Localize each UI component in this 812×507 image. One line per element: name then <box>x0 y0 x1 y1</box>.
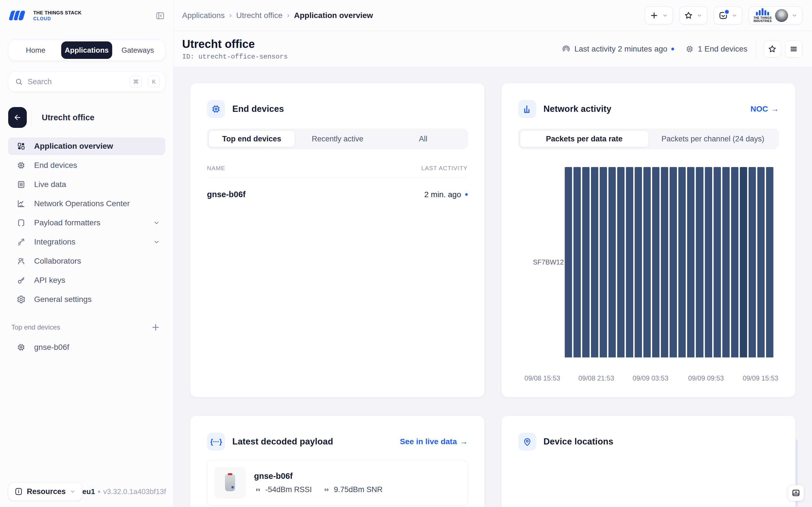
chart-bar[interactable] <box>757 167 765 357</box>
network-activity-tabs: Packets per data rate Packets per channe… <box>518 129 779 149</box>
collapse-sidebar-icon <box>155 11 165 20</box>
device-name: gnse-b06f <box>207 190 246 199</box>
sidebar-item-live-data[interactable]: Live data <box>8 176 165 193</box>
chart-bar[interactable] <box>731 167 739 357</box>
x-axis-label: 09/09 09:53 <box>688 374 724 382</box>
chart-bar[interactable] <box>722 167 730 357</box>
payload-device-name: gnse-b06f <box>254 471 383 481</box>
account-menu-button[interactable]: THE THINGS INDUSTRIES <box>749 6 802 24</box>
see-live-data-link[interactable]: See in live data → <box>400 437 467 446</box>
chart-bar[interactable] <box>565 167 572 357</box>
signal-rssi-icon <box>254 486 262 494</box>
chart-bar[interactable] <box>696 167 703 357</box>
hamburger-menu-icon <box>790 45 798 53</box>
add-entity-button[interactable] <box>645 6 673 24</box>
packets-chart: SF7BW12 <box>518 167 779 357</box>
feedback-panel-icon <box>792 489 801 497</box>
sidebar-item-payload-formatters[interactable]: Payload formatters <box>8 214 165 231</box>
feedback-widget-button[interactable] <box>788 485 804 501</box>
add-top-device-button[interactable] <box>151 322 162 333</box>
sidebar-device-gnse-b06f[interactable]: gnse-b06f <box>8 339 165 356</box>
breadcrumb-separator: › <box>229 11 232 20</box>
integrations-icon <box>17 237 26 246</box>
chart-bar[interactable] <box>573 167 581 357</box>
chart-bar[interactable] <box>678 167 686 357</box>
chevron-down-icon <box>153 238 160 245</box>
end-devices-card: End devices Top end devices Recently act… <box>190 83 485 397</box>
chart-bar[interactable] <box>617 167 624 357</box>
table-row[interactable]: gnse-b06f 2 min. ago <box>207 190 468 199</box>
sidebar-item-label: End devices <box>34 161 77 170</box>
end-devices-tab[interactable]: Recently active <box>295 130 380 147</box>
chart-bar[interactable] <box>705 167 712 357</box>
x-axis-label: 09/09 03:53 <box>633 374 668 382</box>
top-tab-applications[interactable]: Applications <box>61 41 112 59</box>
sidebar-item-api-keys[interactable]: API keys <box>8 272 165 289</box>
back-button[interactable] <box>8 107 27 128</box>
chart-bar[interactable] <box>635 167 642 357</box>
breadcrumb-applications[interactable]: Applications <box>182 11 225 20</box>
chart-bar[interactable] <box>714 167 721 357</box>
notifications-button[interactable] <box>714 6 742 24</box>
chevron-down-icon <box>731 12 738 18</box>
noc-link[interactable]: NOC → <box>751 105 779 114</box>
end-devices-tab[interactable]: All <box>380 130 466 147</box>
sidebar-item-label: Payload formatters <box>34 218 100 227</box>
bookmarks-button[interactable] <box>679 6 707 24</box>
resources-label: Resources <box>27 487 66 496</box>
chart-x-labels: 09/08 15:5309/08 21:5309/09 03:5309/09 0… <box>518 371 779 391</box>
avatar <box>775 9 788 22</box>
resources-button[interactable]: Resources <box>8 482 82 501</box>
chart-bar[interactable] <box>687 167 695 357</box>
search-input[interactable]: Search ⌘ K <box>8 71 165 92</box>
main-area: Applications › Utrecht office › Applicat… <box>174 0 812 507</box>
sidebar-item-label: General settings <box>34 295 92 304</box>
chart-bar[interactable] <box>652 167 659 357</box>
chart-bar[interactable] <box>670 167 677 357</box>
application-id: ID: utrecht-office-sensors <box>182 53 288 61</box>
top-tab-home[interactable]: Home <box>10 41 61 59</box>
top-tab-gateways[interactable]: Gateways <box>112 41 163 59</box>
column-header-name: NAME <box>207 165 225 172</box>
chart-bar[interactable] <box>766 167 773 357</box>
cluster-version: eu1 • v3.32.0.1a403bf13f <box>82 487 166 496</box>
device-link-label: gnse-b06f <box>34 343 69 352</box>
cluster-name: eu1 <box>82 487 95 496</box>
star-icon <box>684 11 693 20</box>
chart-bar[interactable] <box>591 167 598 357</box>
plus-icon <box>151 323 160 332</box>
sidebar-item-collaborators[interactable]: Collaborators <box>8 252 165 270</box>
chart-bar[interactable] <box>626 167 633 357</box>
chart-bar[interactable] <box>582 167 590 357</box>
chevron-down-icon <box>696 12 703 18</box>
chart-bar[interactable] <box>749 167 756 357</box>
payload-device-box[interactable]: gnse-b06f -54dBm RSSI 9.75dBm SNR <box>207 460 468 506</box>
divider <box>31 108 32 126</box>
device-locations-card-title: Device locations <box>544 437 613 447</box>
chart-bar[interactable] <box>644 167 651 357</box>
chart-bar[interactable] <box>661 167 668 357</box>
x-axis-label: 09/09 15:53 <box>743 374 778 382</box>
sidebar-collapse-button[interactable] <box>155 11 165 20</box>
chart-bar[interactable] <box>740 167 747 357</box>
chart-bar[interactable] <box>608 167 616 357</box>
end-devices-tab[interactable]: Top end devices <box>209 130 295 147</box>
search-placeholder: Search <box>28 77 125 86</box>
shortcut-k-key: K <box>148 76 160 88</box>
network-activity-tab[interactable]: Packets per channel (24 days) <box>649 130 777 147</box>
payload-icon <box>17 218 26 227</box>
sidebar-item-network-operations-center[interactable]: Network Operations Center <box>8 195 165 212</box>
sidebar-item-general-settings[interactable]: General settings <box>8 291 165 308</box>
signal-snr-icon <box>322 486 331 494</box>
chart-bar[interactable] <box>600 167 607 357</box>
bookmark-application-button[interactable] <box>763 40 781 58</box>
breadcrumb-utrecht-office[interactable]: Utrecht office <box>236 11 283 20</box>
network-activity-tab[interactable]: Packets per data rate <box>520 130 649 147</box>
sidebar-item-integrations[interactable]: Integrations <box>8 233 165 251</box>
things-stack-logo-icon <box>7 8 29 23</box>
sidebar-device-list: gnse-b06f <box>8 339 165 356</box>
sidebar-item-end-devices[interactable]: End devices <box>8 157 165 174</box>
separator-dot: • <box>98 487 100 496</box>
sidebar-item-application-overview[interactable]: Application overview <box>8 137 165 155</box>
page-menu-button[interactable] <box>785 40 802 58</box>
